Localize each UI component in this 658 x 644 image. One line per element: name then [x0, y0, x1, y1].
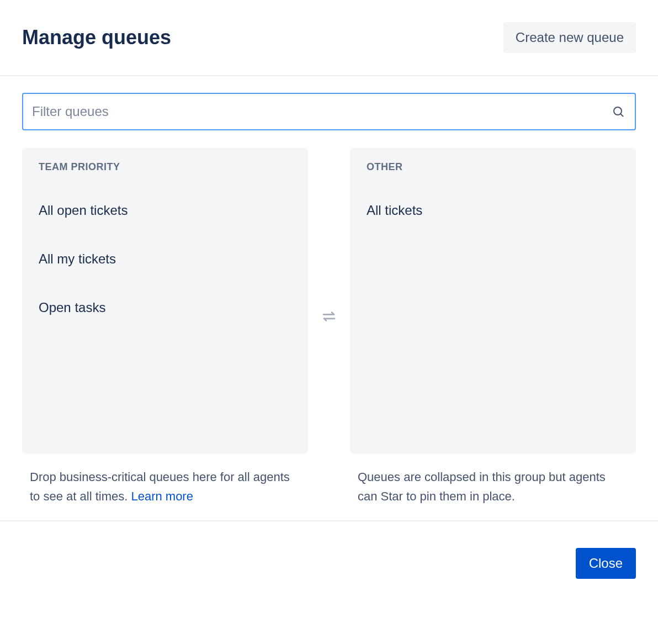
search-wrapper	[22, 93, 636, 130]
column-descriptions: Drop business-critical queues here for a…	[22, 467, 636, 506]
learn-more-link[interactable]: Learn more	[131, 489, 193, 503]
other-column[interactable]: OTHER All tickets	[350, 148, 636, 454]
team-priority-header: TEAM PRIORITY	[39, 161, 291, 173]
dialog-header: Manage queues Create new queue	[0, 0, 658, 76]
search-icon	[612, 105, 625, 118]
filter-queues-input[interactable]	[22, 93, 636, 130]
team-priority-column[interactable]: TEAM PRIORITY All open tickets All my ti…	[22, 148, 308, 454]
queue-columns: TEAM PRIORITY All open tickets All my ti…	[22, 148, 636, 454]
queue-item[interactable]: All my tickets	[39, 241, 291, 277]
create-new-queue-button[interactable]: Create new queue	[503, 22, 636, 53]
dialog-content: TEAM PRIORITY All open tickets All my ti…	[0, 76, 658, 522]
other-description: Queues are collapsed in this group but a…	[350, 467, 636, 506]
swap-icon	[321, 308, 337, 325]
dialog-footer: Close	[0, 520, 658, 605]
svg-point-0	[614, 107, 622, 115]
svg-line-1	[620, 114, 623, 117]
queue-item[interactable]: All open tickets	[39, 193, 291, 228]
close-button[interactable]: Close	[576, 548, 636, 579]
team-priority-description: Drop business-critical queues here for a…	[22, 467, 308, 506]
page-title: Manage queues	[22, 26, 171, 49]
queue-item[interactable]: All tickets	[367, 193, 619, 228]
queue-item[interactable]: Open tasks	[39, 290, 291, 325]
other-header: OTHER	[367, 161, 619, 173]
